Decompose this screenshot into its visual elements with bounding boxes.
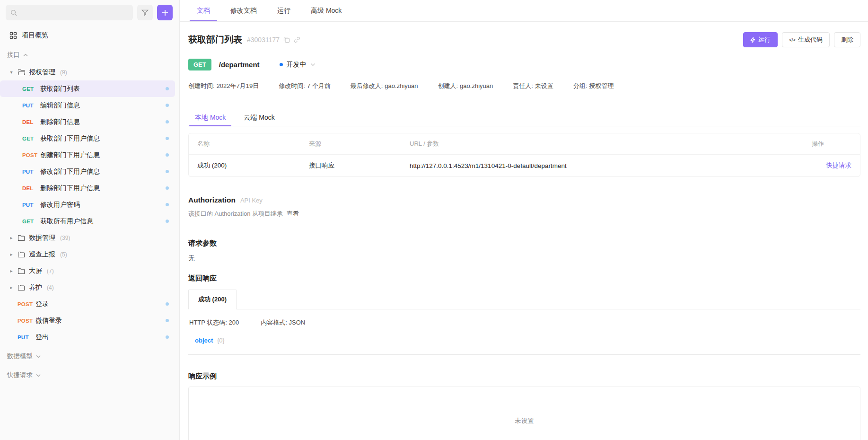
- tab-edit-document[interactable]: 修改文档: [223, 0, 264, 21]
- unsynced-dot-icon: [166, 220, 169, 223]
- sidebar-endpoint-get-department-list[interactable]: GET 获取部门列表: [0, 80, 175, 97]
- title-row: 获取部门列表 #30031177 运行 </> 生成代码: [188, 32, 860, 47]
- run-button-label: 运行: [758, 35, 771, 44]
- doc-content: 获取部门列表 #30031177 运行 </> 生成代码: [180, 32, 868, 440]
- method-badge: PUT: [22, 169, 40, 175]
- endpoint-label: 创建部门下用户信息: [40, 151, 100, 159]
- caret-right-icon: ▸: [9, 268, 14, 273]
- sidebar-folder-inspection-report[interactable]: ▸ 巡查上报 (5): [0, 246, 175, 263]
- endpoint-label: 获取部门下用户信息: [40, 134, 100, 143]
- folder-label: 授权管理: [29, 68, 55, 77]
- sidebar-section-data-model[interactable]: 数据模型: [0, 348, 179, 364]
- sidebar-endpoint-change-password[interactable]: PUT 修改用户密码: [0, 196, 175, 213]
- method-get-badge: GET: [188, 59, 211, 70]
- folder-label: 巡查上报: [29, 250, 55, 259]
- unsynced-dot-icon: [166, 120, 169, 123]
- sidebar-endpoint-login[interactable]: POST 登录: [0, 296, 175, 312]
- sidebar-folder-maintenance[interactable]: ▸ 养护 (4): [0, 279, 175, 296]
- mock-source-cell: 接口响应: [300, 155, 401, 176]
- request-params-title: 请求参数: [188, 239, 860, 248]
- sidebar-endpoint-delete-department[interactable]: DEL 删除部门信息: [0, 114, 175, 130]
- sidebar-endpoint-get-department-users[interactable]: GET 获取部门下用户信息: [0, 130, 175, 147]
- filter-button[interactable]: [137, 5, 153, 20]
- sidebar-endpoint-edit-department[interactable]: PUT 编辑部门信息: [0, 97, 175, 114]
- response-example-empty: 未设置: [515, 417, 534, 425]
- folder-icon: [18, 268, 25, 274]
- tab-run[interactable]: 运行: [270, 0, 298, 21]
- sidebar-endpoint-delete-department-user[interactable]: DEL 删除部门下用户信息: [0, 180, 175, 196]
- method-badge: PUT: [22, 103, 40, 108]
- quick-request-label: 快捷请求: [7, 371, 33, 379]
- sidebar-item-project-overview[interactable]: 项目概览: [0, 27, 179, 44]
- authorization-view-link[interactable]: 查看: [287, 210, 299, 217]
- sidebar-folder-authorization[interactable]: ▾ 授权管理 (9): [0, 64, 175, 80]
- tab-document[interactable]: 文档: [190, 0, 217, 21]
- plus-icon: [162, 9, 168, 16]
- api-section-label: 接口: [7, 51, 20, 59]
- mock-table-header-row: 名称 来源 URL / 参数 操作: [189, 133, 860, 155]
- sidebar-folder-data-management[interactable]: ▸ 数据管理 (39): [0, 229, 175, 246]
- response-example-section: 响应示例 未设置: [188, 372, 860, 440]
- method-badge: POST: [22, 152, 40, 158]
- tab-local-mock[interactable]: 本地 Mock: [189, 109, 231, 126]
- sidebar-endpoint-create-department-user[interactable]: POST 创建部门下用户信息: [0, 147, 175, 163]
- http-status-code: HTTP 状态码: 200: [189, 318, 239, 327]
- quick-request-link[interactable]: 快捷请求: [826, 162, 851, 169]
- meta-creator: 创建人:gao.zhiyuan: [438, 82, 493, 90]
- delete-button-label: 删除: [841, 35, 853, 44]
- endpoint-label: 删除部门下用户信息: [40, 184, 100, 193]
- status-select[interactable]: 开发中: [280, 61, 316, 69]
- status-label: 开发中: [287, 61, 307, 69]
- folder-count: (39): [60, 235, 70, 241]
- tab-advanced-mock[interactable]: 高级 Mock: [304, 0, 349, 21]
- folder-label: 数据管理: [29, 234, 55, 242]
- grid-icon: [9, 32, 17, 39]
- tab-label: 文档: [197, 7, 210, 15]
- tab-label: 高级 Mock: [311, 7, 342, 15]
- method-badge: PUT: [22, 202, 40, 208]
- folder-icon: [18, 251, 25, 258]
- endpoint-id: #30031177: [247, 36, 280, 44]
- sidebar-section-quick-request[interactable]: 快捷请求: [0, 367, 179, 383]
- unsynced-dot-icon: [166, 335, 169, 339]
- delete-button[interactable]: 删除: [834, 32, 860, 47]
- tab-cloud-mock[interactable]: 云端 Mock: [238, 109, 280, 126]
- add-button[interactable]: [157, 5, 173, 20]
- sidebar-folder-big-screen[interactable]: ▸ 大屏 (7): [0, 263, 175, 279]
- search-input[interactable]: [6, 5, 133, 20]
- unsynced-dot-icon: [166, 87, 169, 90]
- copy-icon[interactable]: [283, 36, 290, 43]
- sidebar-endpoint-update-department-user[interactable]: PUT 修改部门下用户信息: [0, 163, 175, 180]
- caret-down-icon: ▾: [9, 70, 14, 75]
- tab-response-success-200[interactable]: 成功 (200): [188, 290, 237, 309]
- sidebar-endpoint-wechat-login[interactable]: POST 微信登录: [0, 312, 175, 329]
- endpoint-label: 登录: [35, 300, 49, 308]
- column-header-source: 来源: [300, 133, 401, 155]
- content-format: 内容格式: JSON: [261, 318, 305, 327]
- sidebar-endpoint-logout[interactable]: PUT 登出: [0, 329, 175, 345]
- method-badge: DEL: [22, 119, 40, 125]
- sidebar-section-api[interactable]: 接口: [0, 47, 179, 63]
- object-node-link[interactable]: object: [195, 337, 213, 344]
- search-input-field[interactable]: [20, 9, 128, 16]
- filter-icon: [141, 9, 149, 16]
- folder-count: (5): [60, 251, 67, 258]
- endpoint-label: 微信登录: [35, 317, 62, 325]
- mock-table-row: 成功 (200) 接口响应 http://127.0.0.1:4523/m1/1…: [189, 155, 860, 176]
- endpoint-label: 登出: [35, 333, 49, 342]
- mock-table: 名称 来源 URL / 参数 操作 成功 (200) 接口响应 http://1…: [188, 133, 860, 177]
- authorization-title: Authorization: [188, 196, 236, 204]
- sidebar-endpoint-get-all-users[interactable]: GET 获取所有用户信息: [0, 213, 175, 229]
- link-icon[interactable]: [294, 36, 300, 43]
- run-button[interactable]: 运行: [743, 32, 778, 47]
- method-badge: PUT: [18, 334, 35, 340]
- folder-open-icon: [18, 69, 25, 76]
- meta-group: 分组:授权管理: [573, 82, 614, 90]
- mock-url-cell: http://127.0.0.1:4523/m1/1310421-0-defau…: [401, 155, 803, 176]
- unsynced-dot-icon: [166, 153, 169, 157]
- generate-code-button[interactable]: </> 生成代码: [782, 32, 830, 47]
- folder-count: (7): [47, 268, 54, 274]
- unsynced-dot-icon: [166, 203, 169, 206]
- caret-right-icon: ▸: [9, 235, 14, 240]
- tab-label: 本地 Mock: [195, 114, 226, 122]
